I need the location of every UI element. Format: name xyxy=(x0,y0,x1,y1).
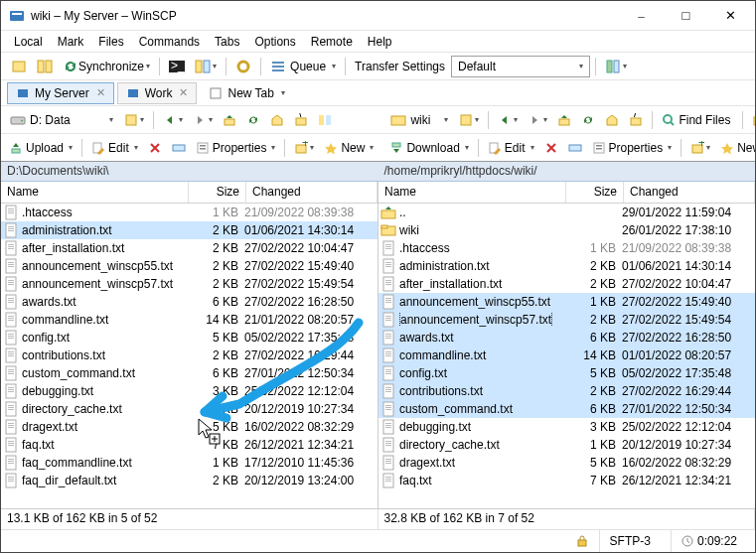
menu-options[interactable]: Options xyxy=(247,33,302,51)
close-icon[interactable]: ✕ xyxy=(96,86,105,99)
remote-fwd-icon[interactable] xyxy=(524,109,551,131)
table-row[interactable]: dragext.txt5 KB16/02/2022 08:32:29 xyxy=(378,454,755,472)
table-row[interactable]: config.txt5 KB05/02/2022 17:35:48 xyxy=(378,364,755,382)
table-row[interactable]: directory_cache.txt1 KB20/12/2019 10:27:… xyxy=(378,436,755,454)
find-files-button[interactable]: Find Files xyxy=(658,109,737,131)
local-new-button[interactable]: New xyxy=(320,137,378,159)
queue-button[interactable]: Queue xyxy=(266,56,340,77)
remote-root-icon[interactable]: / xyxy=(625,109,647,131)
col-changed[interactable]: Changed xyxy=(246,182,378,203)
table-row[interactable]: administration.txt2 KB01/06/2021 14:30:1… xyxy=(1,221,378,239)
col-name[interactable]: Name xyxy=(1,182,189,203)
table-row[interactable]: commandline.txt14 KB21/01/2022 08:20:57 xyxy=(1,311,378,329)
local-home-icon[interactable] xyxy=(266,109,288,131)
local-properties-button[interactable]: Properties xyxy=(192,137,280,159)
remote-extra-icon[interactable] xyxy=(748,109,756,131)
remote-bookmarks-icon[interactable] xyxy=(455,109,483,131)
table-row[interactable]: faq.txt7 KB26/12/2021 12:34:21 xyxy=(378,472,755,489)
local-up-icon[interactable] xyxy=(219,109,240,131)
sync-browse-icon[interactable] xyxy=(33,56,57,77)
menu-commands[interactable]: Commands xyxy=(132,33,207,51)
menu-remote[interactable]: Remote xyxy=(304,33,360,51)
table-row[interactable]: faq_commandline.txt1 KB17/12/2010 11:45:… xyxy=(1,454,378,472)
remote-new-button[interactable]: New xyxy=(716,137,756,159)
table-row[interactable]: .htaccess1 KB21/09/2022 08:39:38 xyxy=(378,239,755,257)
table-row[interactable]: debugging.txt3 KB25/02/2022 12:12:04 xyxy=(378,418,755,436)
remote-delete-icon[interactable] xyxy=(540,137,562,159)
table-row[interactable]: ..29/01/2022 11:59:04 xyxy=(378,204,755,221)
col-size[interactable]: Size xyxy=(189,182,246,203)
tab-work[interactable]: Work✕ xyxy=(117,82,198,104)
remote-back-icon[interactable] xyxy=(494,109,522,131)
local-newfolder-icon[interactable]: + xyxy=(290,137,318,159)
local-drive-combo[interactable]: D: Data▾ xyxy=(5,109,118,131)
local-fwd-icon[interactable] xyxy=(189,109,217,131)
table-row[interactable]: after_installation.txt2 KB27/02/2022 10:… xyxy=(378,275,755,293)
compare-icon[interactable] xyxy=(191,56,221,77)
remote-edit-button[interactable]: Edit xyxy=(484,137,538,159)
menu-mark[interactable]: Mark xyxy=(51,33,91,51)
menu-tabs[interactable]: Tabs xyxy=(208,33,246,51)
download-button[interactable]: Download xyxy=(385,137,472,159)
table-row[interactable]: awards.txt6 KB27/02/2022 16:28:50 xyxy=(1,293,378,311)
remote-newfolder-icon[interactable]: + xyxy=(686,137,714,159)
new-session-icon[interactable] xyxy=(7,56,31,77)
table-row[interactable]: custom_command.txt6 KB27/01/2022 12:50:3… xyxy=(378,400,755,418)
local-path[interactable]: D:\Documents\wiki\ xyxy=(1,162,378,182)
table-row[interactable]: debugging.txt3 KB25/02/2022 12:12:04 xyxy=(1,382,378,400)
table-row[interactable]: after_installation.txt2 KB27/02/2022 10:… xyxy=(1,239,378,257)
remote-home-icon[interactable] xyxy=(601,109,623,131)
tab-my-server[interactable]: My Server✕ xyxy=(7,82,114,104)
local-file-list[interactable]: .htaccess1 KB21/09/2022 08:39:38administ… xyxy=(1,204,378,508)
transfer-settings-combo[interactable]: Default▾ xyxy=(451,56,590,77)
table-row[interactable]: announcement_winscp57.txt2 KB27/02/2022 … xyxy=(1,275,378,293)
local-root-icon[interactable]: \ xyxy=(290,109,312,131)
table-row[interactable]: directory_cache.txt1 KB20/12/2019 10:27:… xyxy=(1,400,378,418)
tab-new[interactable]: New Tab▾ xyxy=(200,82,293,104)
table-row[interactable]: faq.txt7 KB26/12/2021 12:34:21 xyxy=(1,436,378,454)
table-row[interactable]: contributions.txt2 KB27/02/2022 16:29:44 xyxy=(378,382,755,400)
table-row[interactable]: dragext.txt5 KB16/02/2022 08:32:29 xyxy=(1,418,378,436)
menu-local[interactable]: Local xyxy=(7,33,50,51)
close-button[interactable]: ✕ xyxy=(708,1,753,30)
remote-properties-button[interactable]: Properties xyxy=(588,137,677,159)
menu-help[interactable]: Help xyxy=(361,33,399,51)
remote-refresh-icon[interactable] xyxy=(577,109,599,131)
minimize-button[interactable]: – xyxy=(619,1,664,30)
local-back-icon[interactable] xyxy=(159,109,187,131)
local-delete-icon[interactable] xyxy=(144,137,166,159)
col-name[interactable]: Name xyxy=(378,182,566,203)
local-rename-icon[interactable] xyxy=(168,137,190,159)
remote-rename-icon[interactable] xyxy=(564,137,586,159)
table-row[interactable]: administration.txt2 KB01/06/2021 14:30:1… xyxy=(378,257,755,275)
local-sync-icon[interactable] xyxy=(314,109,336,131)
table-row[interactable]: commandline.txt14 KB01/01/2022 08:20:57 xyxy=(378,346,755,364)
upload-button[interactable]: Upload xyxy=(5,137,76,159)
local-refresh-icon[interactable] xyxy=(242,109,264,131)
local-bookmarks-icon[interactable] xyxy=(120,109,148,131)
local-edit-button[interactable]: Edit xyxy=(87,137,142,159)
table-row[interactable]: config.txt5 KB05/02/2022 17:35:48 xyxy=(1,329,378,346)
table-row[interactable]: custom_command.txt6 KB27/01/2022 12:50:3… xyxy=(1,364,378,382)
remote-dir-combo[interactable]: wiki▾ xyxy=(385,109,453,131)
table-row[interactable]: announcement_winscp57.txt2 KB27/02/2022 … xyxy=(378,311,755,329)
remote-up-icon[interactable] xyxy=(553,109,575,131)
table-row[interactable]: wiki26/01/2022 17:38:10 xyxy=(378,221,755,239)
console-icon[interactable]: >_ xyxy=(165,56,189,77)
maximize-button[interactable]: □ xyxy=(664,1,708,30)
table-row[interactable]: awards.txt6 KB27/02/2022 16:28:50 xyxy=(378,329,755,346)
table-row[interactable]: .htaccess1 KB21/09/2022 08:39:38 xyxy=(1,204,378,221)
col-size[interactable]: Size xyxy=(566,182,624,203)
table-row[interactable]: announcement_winscp55.txt2 KB27/02/2022 … xyxy=(1,257,378,275)
layout-icon[interactable] xyxy=(601,56,631,77)
remote-file-list[interactable]: ..29/01/2022 11:59:04wiki26/01/2022 17:3… xyxy=(378,204,755,508)
close-icon[interactable]: ✕ xyxy=(179,86,188,99)
col-changed[interactable]: Changed xyxy=(624,182,755,203)
table-row[interactable]: faq_dir_default.txt2 KB20/12/2019 13:24:… xyxy=(1,472,378,489)
settings-icon[interactable] xyxy=(231,56,255,77)
synchronize-button[interactable]: Synchronize xyxy=(59,56,154,77)
table-row[interactable]: announcement_winscp55.txt1 KB27/02/2022 … xyxy=(378,293,755,311)
remote-path[interactable]: /home/mprikryl/httpdocs/wiki/ xyxy=(378,162,756,182)
menu-files[interactable]: Files xyxy=(91,33,130,51)
table-row[interactable]: contributions.txt2 KB27/02/2022 16:29:44 xyxy=(1,346,378,364)
